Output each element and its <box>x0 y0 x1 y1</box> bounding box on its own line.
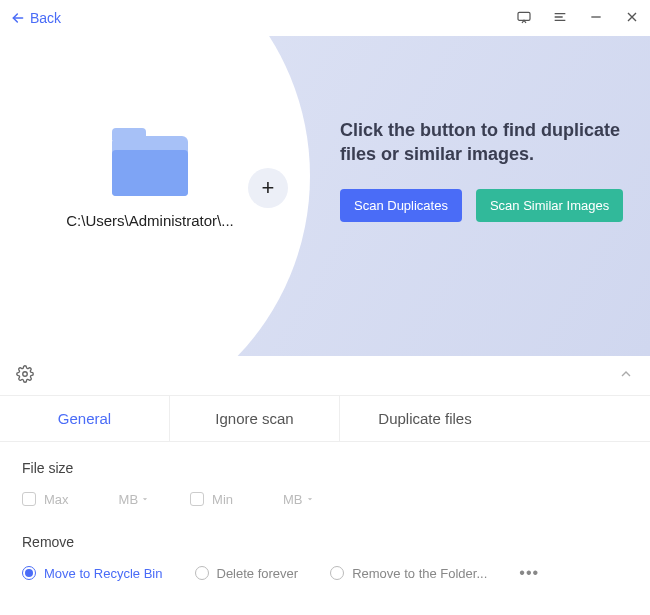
filesize-label: File size <box>22 460 628 476</box>
minimize-icon[interactable] <box>588 9 604 28</box>
min-label: Min <box>212 492 233 507</box>
collapse-icon[interactable] <box>618 366 634 385</box>
selected-folder[interactable]: C:\Users\Administrator\... <box>50 136 250 229</box>
max-checkbox[interactable] <box>22 492 36 506</box>
remove-recycle-option[interactable]: Move to Recycle Bin <box>22 566 163 581</box>
scan-similar-images-button[interactable]: Scan Similar Images <box>476 189 623 222</box>
chevron-down-icon <box>140 494 150 504</box>
remove-folder-option[interactable]: Remove to the Folder... <box>330 566 487 581</box>
titlebar: Back <box>0 0 650 36</box>
min-unit-select[interactable]: MB <box>283 492 315 507</box>
tab-ignore-scan[interactable]: Ignore scan <box>170 396 340 441</box>
max-label: Max <box>44 492 69 507</box>
folder-path: C:\Users\Administrator\... <box>50 212 250 229</box>
svg-rect-0 <box>518 12 530 20</box>
tab-general[interactable]: General <box>0 396 170 441</box>
menu-icon[interactable] <box>552 9 568 28</box>
hero-panel: C:\Users\Administrator\... + Click the b… <box>0 36 650 356</box>
svg-point-1 <box>23 372 28 377</box>
hero-prompt: Click the button to find duplicate files… <box>340 118 630 167</box>
radio-icon <box>22 566 36 580</box>
radio-icon <box>330 566 344 580</box>
min-input[interactable] <box>241 490 275 508</box>
add-folder-button[interactable]: + <box>248 168 288 208</box>
max-input[interactable] <box>77 490 111 508</box>
radio-icon <box>195 566 209 580</box>
gear-icon[interactable] <box>16 365 34 386</box>
plus-icon: + <box>262 175 275 201</box>
filesize-max-group: Max MB <box>22 490 150 508</box>
back-label: Back <box>30 10 61 26</box>
feedback-icon[interactable] <box>516 9 532 28</box>
max-unit-select[interactable]: MB <box>119 492 151 507</box>
more-icon[interactable]: ••• <box>519 564 539 582</box>
min-checkbox[interactable] <box>190 492 204 506</box>
filesize-min-group: Min MB <box>190 490 314 508</box>
close-icon[interactable] <box>624 9 640 28</box>
folder-icon <box>112 136 188 196</box>
scan-duplicates-button[interactable]: Scan Duplicates <box>340 189 462 222</box>
arrow-left-icon <box>10 10 26 26</box>
back-button[interactable]: Back <box>10 10 61 26</box>
chevron-down-icon <box>305 494 315 504</box>
settings-tabs: General Ignore scan Duplicate files <box>0 396 650 442</box>
remove-label: Remove <box>22 534 628 550</box>
remove-delete-option[interactable]: Delete forever <box>195 566 299 581</box>
settings-bar <box>0 356 650 396</box>
general-panel: File size Max MB Min MB Remove Move to R… <box>0 442 650 600</box>
tab-duplicate-files[interactable]: Duplicate files <box>340 396 510 441</box>
